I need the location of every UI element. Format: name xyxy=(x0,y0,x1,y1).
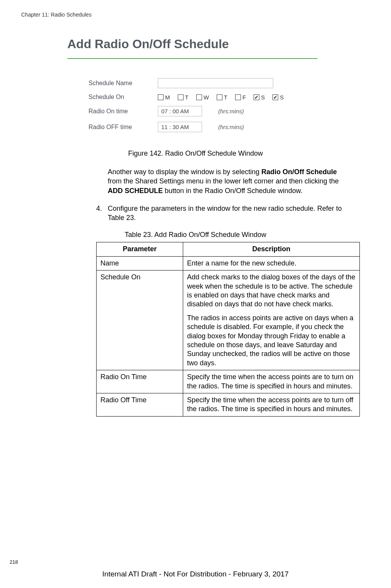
schedule-name-row: Schedule Name xyxy=(89,78,347,88)
day-tue: T xyxy=(178,94,189,101)
page-number: 218 xyxy=(10,559,18,565)
day-label: W xyxy=(204,94,209,101)
table-row: Radio Off Time Specify the time when the… xyxy=(97,393,360,416)
cell-desc: Enter a name for the new schedule. xyxy=(183,256,360,270)
day-sat: S xyxy=(254,94,265,101)
title-underline xyxy=(67,58,317,59)
table-header-row: Parameter Description xyxy=(97,242,360,256)
day-label: T xyxy=(185,94,189,101)
cell-param: Schedule On xyxy=(97,270,183,370)
schedule-name-input[interactable] xyxy=(158,78,273,88)
day-label: S xyxy=(280,94,284,101)
table-caption: Table 23. Add Radio On/Off Schedule Wind… xyxy=(21,231,370,239)
page-header: Chapter 11: Radio Schedules xyxy=(21,12,370,18)
step-number: 4. xyxy=(96,204,108,223)
parameter-table: Parameter Description Name Enter a name … xyxy=(96,242,360,416)
radio-on-label: Radio On time xyxy=(89,108,158,115)
figure-container: Add Radio On/Off Schedule Schedule Name … xyxy=(67,37,347,132)
checkbox-fri[interactable] xyxy=(235,94,241,100)
paragraph-1: Another way to display the window is by … xyxy=(108,167,349,195)
checkbox-tue[interactable] xyxy=(178,94,184,100)
window-title: Add Radio On/Off Schedule xyxy=(67,37,347,51)
th-description: Description xyxy=(183,242,360,256)
cell-desc: Specify the time when the access points … xyxy=(183,370,360,393)
day-mon: M xyxy=(158,94,170,101)
desc-para: Add check marks to the dialog boxes of t… xyxy=(187,273,356,309)
para-text: from the Shared Settings menu in the low… xyxy=(108,177,339,185)
form-area: Schedule Name Schedule On M T W T F S S … xyxy=(89,78,347,132)
para-bold: ADD SCHEDULE xyxy=(108,187,163,195)
day-label: M xyxy=(165,94,170,101)
day-label: S xyxy=(261,94,265,101)
checkbox-sun[interactable] xyxy=(272,94,278,100)
day-label: T xyxy=(224,94,227,101)
schedule-on-row: Schedule On M T W T F S S xyxy=(89,94,347,101)
hrsmins-label-2: (hrs:mins) xyxy=(218,124,244,130)
schedule-name-label: Schedule Name xyxy=(89,80,158,87)
table-row: Name Enter a name for the new schedule. xyxy=(97,256,360,270)
day-fri: F xyxy=(235,94,246,101)
checkbox-sat[interactable] xyxy=(254,94,259,100)
schedule-on-label: Schedule On xyxy=(89,94,158,101)
cell-desc: Specify the time when the access points … xyxy=(183,393,360,416)
day-label: F xyxy=(242,94,246,101)
figure-caption: Figure 142. Radio On/Off Schedule Window xyxy=(21,150,370,158)
radio-off-row: Radio OFF time (hrs:mins) xyxy=(89,122,347,132)
para-bold: Radio On/Off Schedule xyxy=(261,168,337,176)
desc-para: The radios in access points are active o… xyxy=(187,314,356,368)
th-parameter: Parameter xyxy=(97,242,183,256)
radio-off-label: Radio OFF time xyxy=(89,124,158,131)
day-wed: W xyxy=(196,94,209,101)
para-text: button in the Radio On/Off Schedule wind… xyxy=(163,187,302,195)
checkbox-thu[interactable] xyxy=(217,94,222,100)
table-row: Radio On Time Specify the time when the … xyxy=(97,370,360,393)
step-text: Configure the parameters in the window f… xyxy=(108,204,349,223)
table-row: Schedule On Add check marks to the dialo… xyxy=(97,270,360,370)
para-text: Another way to display the window is by … xyxy=(108,168,261,176)
cell-desc: Add check marks to the dialog boxes of t… xyxy=(183,270,360,370)
radio-on-row: Radio On time (hrs:mins) xyxy=(89,106,347,116)
day-thu: T xyxy=(217,94,227,101)
footer-text: Internal ATI Draft - Not For Distributio… xyxy=(0,570,391,578)
radio-off-input[interactable] xyxy=(158,122,202,132)
checkbox-mon[interactable] xyxy=(158,94,164,100)
radio-on-input[interactable] xyxy=(158,106,202,116)
day-sun: S xyxy=(272,94,284,101)
checkbox-wed[interactable] xyxy=(196,94,202,100)
hrsmins-label-1: (hrs:mins) xyxy=(218,108,244,114)
cell-param: Name xyxy=(97,256,183,270)
step-4: 4. Configure the parameters in the windo… xyxy=(96,204,349,223)
cell-param: Radio On Time xyxy=(97,370,183,393)
day-checkboxes: M T W T F S S xyxy=(158,94,284,101)
cell-param: Radio Off Time xyxy=(97,393,183,416)
